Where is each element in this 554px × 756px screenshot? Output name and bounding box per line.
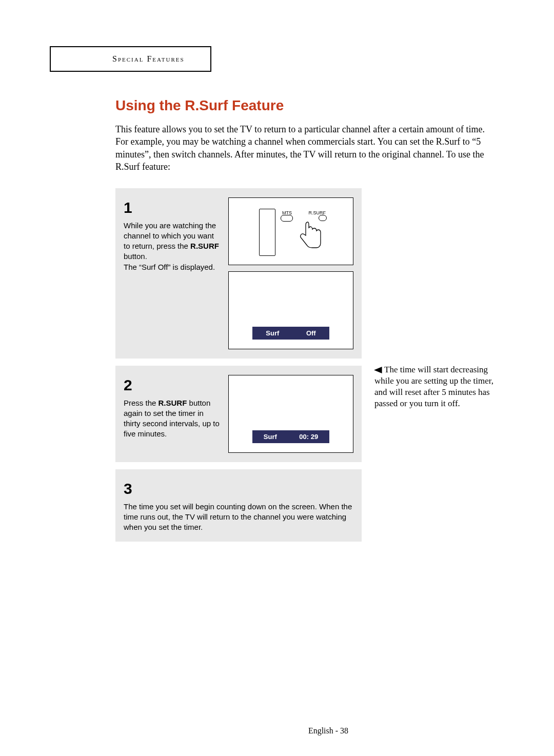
step-2-bold: R.SURF bbox=[159, 399, 187, 407]
osd-2-label: Surf bbox=[264, 432, 277, 442]
tv-screen-2: Surf 00: 29 bbox=[228, 375, 353, 453]
page: Special Features Using the R.Surf Featur… bbox=[0, 0, 554, 569]
step-1-text-b: button. bbox=[124, 252, 147, 261]
tv-screen-1: Surf Off bbox=[228, 271, 353, 349]
left-arrow-icon: ◀ bbox=[374, 364, 382, 375]
step-1-text: While you are watching the channel to wh… bbox=[124, 221, 221, 272]
osd-1-label: Surf bbox=[266, 329, 279, 338]
step-1: 1 While you are watching the channel to … bbox=[115, 188, 362, 359]
step-1-text-c: The “Surf Off” is displayed. bbox=[124, 263, 215, 271]
osd-2: Surf 00: 29 bbox=[252, 430, 329, 444]
step-2-text: Press the R.SURF button again to set the… bbox=[124, 398, 221, 440]
step-2-text-col: 2 Press the R.SURF button again to set t… bbox=[124, 375, 221, 453]
remote-illustration: MTS R.SURF bbox=[228, 197, 353, 265]
step-2: 2 Press the R.SURF button again to set t… bbox=[115, 366, 362, 462]
section-label: Special Features bbox=[112, 54, 185, 63]
content-column: Using the R.Surf Feature This feature al… bbox=[51, 97, 495, 542]
step-3-number: 3 bbox=[124, 479, 353, 500]
page-footer: English - 38 bbox=[51, 726, 554, 735]
remote-sketch: MTS R.SURF bbox=[255, 206, 327, 257]
step-1-bold: R.SURF bbox=[190, 242, 219, 250]
intro-paragraph: This feature allows you to set the TV to… bbox=[115, 123, 495, 173]
step-2-illustrations: Surf 00: 29 bbox=[228, 375, 353, 453]
step-3-text: The time you set will begin counting dow… bbox=[124, 502, 353, 533]
side-note: ◀The time will start decreasing while yo… bbox=[374, 364, 500, 409]
osd-1: Surf Off bbox=[252, 327, 329, 340]
section-header-box: Special Features bbox=[50, 46, 211, 72]
page-title: Using the R.Surf Feature bbox=[115, 97, 495, 114]
step-2-number: 2 bbox=[124, 375, 221, 396]
osd-1-value: Off bbox=[306, 329, 316, 338]
side-note-text: The time will start decreasing while you… bbox=[374, 365, 493, 408]
step-2-text-a: Press the bbox=[124, 399, 159, 407]
step-1-illustrations: MTS R.SURF bbox=[228, 197, 353, 349]
hand-press-icon bbox=[290, 218, 326, 254]
step-1-text-col: 1 While you are watching the channel to … bbox=[124, 197, 221, 349]
steps-list: 1 While you are watching the channel to … bbox=[115, 188, 362, 542]
osd-2-value: 00: 29 bbox=[299, 432, 318, 442]
step-3: 3 The time you set will begin counting d… bbox=[115, 469, 362, 542]
step-1-number: 1 bbox=[124, 197, 221, 218]
